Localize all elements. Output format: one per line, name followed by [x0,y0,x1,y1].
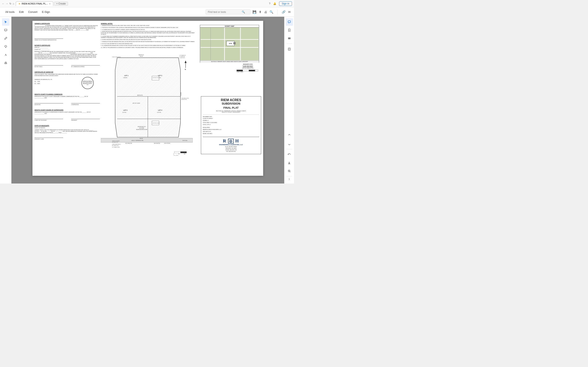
secretary-label: SECRETARY [35,104,63,105]
title-details: SECTION 29, TOWNSHIP 3 SOUTH, RANGE 6 WE… [203,110,259,113]
note-8: 8. NO UTILITY WILL BE PERMITTED TO CROSS… [101,43,195,45]
download-icon[interactable] [286,159,293,166]
document-page: OWNER'S CERTIFICATE I, _________________… [33,21,263,176]
search-input[interactable] [208,11,241,13]
help-icon[interactable]: ? [269,2,270,5]
notifications-icon[interactable]: 🔔 [273,2,276,5]
title-block: RIEM ACRES SUBDIVISION FINAL PLAT SECTIO… [201,96,261,154]
nav-home-icon[interactable]: ⌂ [13,2,14,5]
all-tools-button[interactable]: All tools [3,9,17,15]
text-tool[interactable]: A [2,51,9,58]
lasso-tool[interactable] [2,43,9,50]
svg-text:LOT 3: LOT 3 [123,109,127,111]
save-icon[interactable]: 💾 [252,10,256,14]
browser-chrome: ← → ↻ ⌂ ★ RIEM ACRES FINAL PL... ✕ + Cre… [0,0,294,7]
clerk-line [35,119,63,119]
comment-tool[interactable] [2,26,9,34]
pages-panel-icon[interactable] [286,45,293,53]
print-icon[interactable]: 🖨 [264,10,267,14]
board-title: DESOTO COUNTY BOARD OF SUPERVISORS [35,109,98,111]
notary-sigs: NOTARY PUBLIC MY COMMISSION EXPIRES: [35,64,98,67]
president-label: PRESIDENT [71,120,100,121]
secretary-area: SECRETARY [35,101,63,105]
annotate-icon[interactable]: 🔍 [269,10,273,14]
svg-marker-22 [185,60,187,63]
nav-back-icon[interactable]: ← [2,2,4,5]
stamp-tool[interactable] [2,59,9,67]
nav-reload-icon[interactable]: ↻ [9,2,11,5]
planning-commission-title: DESOTO COUNTY PLANNING COMMISSION [35,94,98,95]
nav-forward-icon[interactable]: → [6,2,8,5]
tab-favicon: ★ [18,2,20,5]
svg-line-80 [290,171,291,172]
state-plane-details: (NAD-83, WEST ZONE)(PER GPS OBSERVATION) [234,67,261,69]
president-line [71,119,100,119]
svg-text:LOT 1: LOT 1 [124,75,129,76]
svg-text:30' R.O.W.: 30' R.O.W. [182,140,187,141]
right-panel-divider-2 [286,149,292,149]
convert-button[interactable]: Convert [26,9,40,15]
svg-text:2.98 AC.: 2.98 AC. [123,77,128,78]
new-tab-button[interactable]: + Create [54,2,68,6]
secretary-line [35,103,63,103]
pencil-tool[interactable] [2,35,9,42]
refresh-icon[interactable] [286,151,293,158]
svg-rect-68 [249,70,255,71]
browser-tabs: ★ RIEM ACRES FINAL PL... ✕ + Create [16,1,267,6]
note-5: 5. A 10 FEET WIDE UTILITY EASEMENT IS RE… [101,36,195,39]
right-panel-divider-3 [286,176,292,176]
svg-text:1/4" REBAR FOUND: 1/4" REBAR FOUND [112,147,120,148]
esign-button[interactable]: E-Sign [40,9,52,15]
svg-text:S76°47'25"W: S76°47'25"W [164,143,170,144]
note-4: 4. WATER SERVICES WILL BE MADE AVAILABLE… [101,31,195,35]
developer-label: DEVELOPER: [203,127,259,129]
commission-area: MY COMMISSION EXPIRES: [71,64,100,67]
document-area[interactable]: OWNER'S CERTIFICATE I, _________________… [11,17,284,184]
svg-text:JOHN PAUL LENTZ: JOHN PAUL LENTZ [182,98,189,99]
owners-sig-label: OWNER OR AUTHORIZED REPRESENTATIVE [35,39,98,41]
tab-close-icon[interactable]: ✕ [49,3,51,5]
expand-icon[interactable] [286,132,293,139]
layers-panel-icon[interactable] [286,35,293,42]
edit-button[interactable]: Edit [17,9,26,15]
title-line2: SUBDIVISION [203,102,259,105]
board-text: APPROVED BY THE BOARD OF SUPERVISORS OF … [35,111,98,114]
survey-drawing-container: HOLLY SPRINGS RD. 30' R.O.W. LOT 1 2.98 … [101,52,195,156]
note-2: 2. PORTIONS OF THIS PROPERTY ARE LOCATED… [101,27,195,29]
svg-rect-74 [288,39,291,39]
cursor-tool[interactable] [2,18,9,26]
vicinity-map-svg: SITE [200,27,259,60]
president-area: PRESIDENT [71,117,100,121]
company-phone: PHONE: (662) 850-1739 [203,149,259,151]
toolbar-right-icons: 💾 ⬆ 🖨 🔍 🔗 ✉ [252,9,291,15]
sign-in-button[interactable]: Sign in [279,1,292,6]
title-total-lots: TOTAL LOTS: 4 [203,124,259,126]
bookmark-panel-icon[interactable] [286,26,293,34]
comment-panel-icon[interactable] [286,18,293,26]
toolbar-search-box[interactable]: 🔍 [206,9,251,15]
svg-text:100 YR. FLOOD: 100 YR. FLOOD [132,103,140,104]
title-total-area: TOTAL AREA: 11.62 ACRES [203,122,259,124]
collapse-icon[interactable] [286,140,293,147]
title-date: DECEMBER 2023 [203,116,259,118]
chairperson-label: CHAIRPERSON [71,104,100,105]
chairperson-line [71,103,100,103]
planning-commission-text: APPROVED BY THE DESOTO COUNTY, MISSISSIP… [35,96,98,99]
zoom-in-icon[interactable] [286,167,293,175]
svg-rect-4 [5,62,6,63]
svg-text:CENTERLINE OF A: CENTERLINE OF A [138,126,146,127]
link-icon[interactable]: 🔗 [282,10,286,14]
svg-text:460.55': 460.55' [180,92,182,96]
upload-icon[interactable]: ⬆ [259,10,261,14]
state-plane-title: MISSISSIPPI STATE [234,64,261,65]
state-title: STATE OF MISSISSIPPI [35,125,98,126]
svg-rect-69 [255,70,258,71]
toolbar-nav-group: All tools Edit Convert E-Sign [3,9,52,15]
mail-icon[interactable]: ✉ [288,10,291,14]
svg-text:709.23': 709.23' [140,56,143,57]
notarys-cert-title: NOTARY'S CERTIFICATE [35,45,98,46]
svg-text:S89°45'11"W: S89°45'11"W [137,95,143,96]
active-tab[interactable]: ★ RIEM ACRES FINAL PL... ✕ [16,1,53,6]
svg-text:N: 1828318.99: N: 1828318.99 [180,56,185,57]
svg-rect-0 [4,29,7,31]
